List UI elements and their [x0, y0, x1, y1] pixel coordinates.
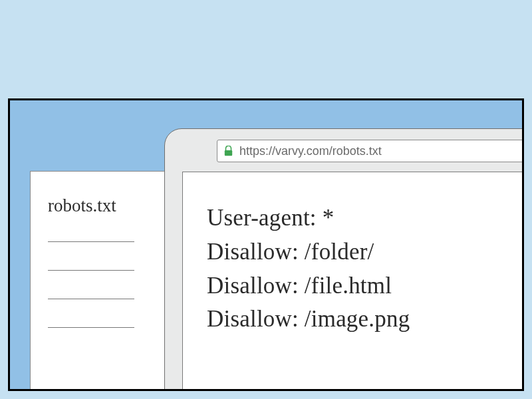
lock-icon	[224, 146, 233, 156]
document-line	[48, 327, 134, 328]
robots-line: Disallow: /folder/	[207, 235, 512, 269]
document-card: robots.txt	[30, 171, 176, 391]
browser-viewport: User-agent: * Disallow: /folder/ Disallo…	[182, 172, 524, 391]
url-text: https://varvy.com/robots.txt	[239, 144, 382, 158]
robots-line: Disallow: /image.png	[207, 303, 512, 336]
document-title: robots.txt	[48, 196, 158, 216]
robots-line: User-agent: *	[207, 201, 512, 235]
robots-line: Disallow: /file.html	[207, 269, 512, 303]
document-line	[48, 270, 134, 271]
svg-rect-0	[225, 150, 232, 156]
address-bar[interactable]: https://varvy.com/robots.txt	[217, 140, 524, 162]
document-line	[48, 241, 134, 242]
illustration-frame: robots.txt https://varvy.com/robots.txt …	[8, 98, 524, 391]
document-line	[48, 299, 134, 299]
browser-window: https://varvy.com/robots.txt User-agent:…	[164, 128, 524, 391]
